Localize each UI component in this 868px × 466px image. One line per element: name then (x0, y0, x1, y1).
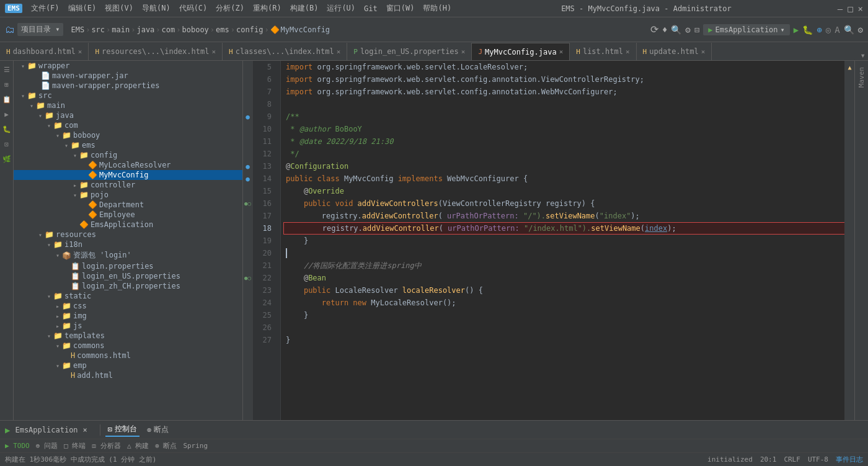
tree-item-main[interactable]: ▾ 📁 main (14, 101, 242, 110)
tree-item-maven-prop[interactable]: 📄 maven-wrapper.properties (14, 81, 242, 91)
tree-item-mylocaleresolver[interactable]: 🔶 MyLocaleResolver (14, 160, 242, 170)
bottom-tab-console[interactable]: ⊡ 控制台 (105, 423, 140, 437)
tab-list[interactable]: H list.html × (570, 43, 636, 60)
tree-item-java[interactable]: ▾ 📁 java (14, 110, 242, 120)
tree-item-resources[interactable]: ▾ 📁 resources (14, 230, 242, 240)
tree-item-src[interactable]: ▾ 📁 src (14, 91, 242, 101)
run-config-selector[interactable]: ▶ EmsApplication ▾ (703, 24, 790, 35)
tab-dashboard[interactable]: H dashboard.html × (0, 43, 89, 60)
run-bar-build[interactable]: △ 构建 (127, 441, 149, 450)
tree-item-login-bundle[interactable]: ▾ 📦 资源包 'login' (14, 249, 242, 261)
tree-item-com[interactable]: ▾ 📁 com (14, 120, 242, 130)
tab-close-resources[interactable]: × (211, 48, 216, 56)
layout-icon[interactable]: ⊟ (694, 25, 699, 35)
run-bar-breakpoints[interactable]: ⊗ 断点 (155, 441, 177, 450)
tree-item-department[interactable]: 🔶 Department (14, 200, 242, 210)
project-label[interactable]: 项目目录 ▾ (17, 23, 63, 36)
left-tab-run[interactable]: ▶ (1, 108, 13, 120)
tree-item-controller[interactable]: ▸ 📁 controller (14, 180, 242, 190)
tree-item-login-zh[interactable]: 📋 login_zh_CH.properties (14, 281, 242, 291)
run-close-button[interactable]: × (83, 426, 87, 434)
profile-button[interactable]: ⊕ (817, 25, 822, 35)
menu-window[interactable]: 窗口(W) (383, 2, 418, 15)
breadcrumb-ems2[interactable]: ems (216, 25, 229, 34)
maximize-button[interactable]: □ (848, 4, 852, 14)
breadcrumb-com[interactable]: com (162, 25, 175, 34)
left-tab-spring[interactable]: 🌿 (1, 153, 13, 165)
breadcrumb-java[interactable]: java (136, 25, 154, 34)
tabs-overflow-icon[interactable]: ▾ (861, 50, 866, 60)
tree-item-emsapp[interactable]: 🔶 EmsApplication (14, 220, 242, 230)
breadcrumb-main[interactable]: main (112, 25, 130, 34)
run-bar-spring[interactable]: Spring (183, 442, 208, 450)
run-bar-terminal[interactable]: □ 终端 (64, 441, 86, 450)
sync-icon[interactable]: ⟳ (650, 24, 658, 35)
tab-mymvcconfig[interactable]: J MyMvcConfig.java × (472, 43, 570, 60)
debug-button[interactable]: 🐛 (802, 25, 813, 35)
run-bar-play[interactable]: ▶ TODO (5, 442, 30, 450)
tree-item-login-en[interactable]: 📋 login_en_US.properties (14, 271, 242, 281)
run-bar-analyzer[interactable]: ⧈ 分析器 (92, 441, 121, 450)
tab-close-update[interactable]: × (701, 48, 706, 56)
menu-file[interactable]: 文件(F) (27, 2, 63, 15)
tree-item-employee[interactable]: 🔶 Employee (14, 210, 242, 220)
tree-item-js[interactable]: ▸ 📁 js (14, 321, 242, 331)
maven-tab[interactable]: Maven (856, 63, 867, 91)
tree-item-mymvcconfig[interactable]: 🔶 MyMvcConfig (14, 170, 242, 180)
search-everywhere-icon[interactable]: 🔍 (671, 25, 681, 35)
tab-update[interactable]: H update.html × (637, 43, 712, 60)
tab-classes-index[interactable]: H classes\...\index.html × (223, 43, 347, 60)
menu-build[interactable]: 构建(B) (286, 2, 322, 15)
tree-item-templates[interactable]: ▾ 📁 templates (14, 331, 242, 341)
tree-item-css[interactable]: ▸ 📁 css (14, 301, 242, 311)
tree-item-wrapper[interactable]: ▾ 📁 wrapper (14, 61, 242, 71)
tree-item-commons-html[interactable]: H commons.html (14, 351, 242, 361)
breadcrumb-bobooy[interactable]: bobooy (182, 25, 209, 34)
menu-edit[interactable]: 编辑(E) (64, 2, 100, 15)
bookmark-icon[interactable]: ♦ (662, 25, 667, 35)
minimize-button[interactable]: — (838, 4, 843, 14)
tree-item-img[interactable]: ▸ 📁 img (14, 311, 242, 321)
tree-item-login-prop[interactable]: 📋 login.properties (14, 261, 242, 271)
tree-item-bobooy[interactable]: ▾ 📁 bobooy (14, 130, 242, 140)
tab-login-properties[interactable]: P login_en_US.properties × (347, 43, 472, 60)
run-play-button[interactable]: ▶ (5, 425, 10, 435)
left-tab-terminal[interactable]: ⊡ (1, 138, 13, 150)
run-bar-todo[interactable]: ⊕ 问题 (36, 441, 58, 450)
tree-item-commons[interactable]: ▾ 📁 commons (14, 341, 242, 351)
status-position[interactable]: 20:1 (760, 455, 777, 464)
tree-item-config[interactable]: ▾ 📁 config (14, 150, 242, 160)
menu-run[interactable]: 运行(U) (323, 2, 359, 15)
bottom-tab-breakpoints[interactable]: ⊗ 断点 (144, 423, 171, 436)
left-tab-bookmark[interactable]: ⊞ (1, 78, 13, 91)
menu-help[interactable]: 帮助(H) (419, 2, 455, 15)
menu-navigate[interactable]: 导航(N) (138, 2, 174, 15)
tab-close-java[interactable]: × (559, 48, 564, 56)
settings2-icon[interactable]: ⚙ (858, 25, 863, 35)
tree-item-static[interactable]: ▾ 📁 static (14, 291, 242, 301)
breadcrumb-ems[interactable]: EMS (71, 25, 84, 34)
global-search-icon[interactable]: 🔍 (844, 25, 854, 35)
tree-item-emp-folder[interactable]: ▾ 📁 emp (14, 361, 242, 370)
left-tab-todo[interactable]: 📋 (1, 93, 13, 105)
menu-view[interactable]: 视图(V) (101, 2, 137, 15)
breadcrumb-config[interactable]: config (236, 25, 263, 34)
status-crlf[interactable]: CRLF (784, 455, 800, 464)
settings-icon[interactable]: ⚙ (685, 25, 690, 35)
menu-code[interactable]: 代码(C) (175, 2, 211, 15)
left-tab-debug[interactable]: 🐛 (1, 123, 13, 135)
code-editor[interactable]: import org.springframework.web.servlet.L… (281, 61, 844, 420)
close-button[interactable]: × (858, 4, 863, 14)
left-tab-structure[interactable]: ☰ (1, 63, 13, 76)
breadcrumb-src[interactable]: src (91, 25, 105, 34)
tab-close-list[interactable]: × (626, 48, 630, 56)
tab-close-classes[interactable]: × (337, 48, 341, 56)
menu-refactor[interactable]: 重构(R) (249, 2, 285, 15)
status-charset[interactable]: UTF-8 (808, 455, 828, 464)
tree-item-maven-jar[interactable]: 📄 maven-wrapper.jar (14, 71, 242, 81)
status-event-log[interactable]: 事件日志 (836, 455, 863, 464)
menu-analyze[interactable]: 分析(Z) (212, 2, 248, 15)
tree-item-add-html[interactable]: H add.html (14, 370, 242, 380)
tree-item-ems[interactable]: ▾ 📁 ems (14, 140, 242, 150)
menu-git[interactable]: Git (360, 3, 381, 14)
